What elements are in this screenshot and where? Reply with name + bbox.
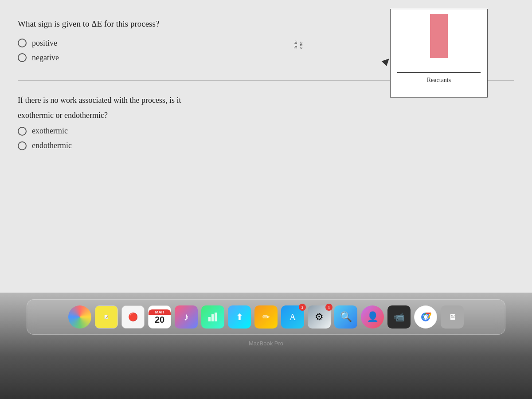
music-icon[interactable]: ♪ [175,305,198,329]
energy-line [397,72,481,73]
svg-point-6 [424,315,427,319]
svg-rect-0 [208,317,211,321]
radio-negative[interactable] [18,53,27,62]
svg-rect-1 [211,314,214,321]
reminders-icon[interactable]: 🔴 [121,305,145,329]
misc-icon[interactable]: 🖥 [441,305,464,329]
energy-bar [430,14,448,58]
axis-label: Inteene [293,13,303,49]
facetime-icon[interactable]: 📹 [387,305,411,329]
appstore-symbol: A [289,312,296,322]
reactants-label: Reactants [391,77,487,84]
dock-shelf: 📝 🔴 MAR 20 ♪ ⬆ ✏ [27,299,505,335]
keynote-icon[interactable]: ⬆ [228,305,251,329]
gear-symbol: ⚙ [315,311,324,323]
music-note-icon: ♪ [184,311,189,323]
calendar-month: MAR [149,309,171,315]
contacts-icon[interactable]: 👤 [361,305,384,329]
misc-symbol: 🖥 [448,313,456,322]
radio-endothermic[interactable] [18,141,27,150]
system-preferences-icon[interactable]: ⚙ 1 [308,305,331,329]
finder-symbol: 🔍 [340,311,352,323]
question2-section: If there is no work associated with the … [18,94,514,151]
chrome-logo [419,310,433,324]
bar-chart-icon [207,311,219,323]
label-exothermic: exothermic [32,126,68,136]
contacts-symbol: 👤 [367,311,379,323]
numbers-icon[interactable] [201,305,224,329]
axis-text: Inteene [293,40,303,49]
calendar-day: 20 [155,315,164,325]
pen-symbol: ✏ [262,312,270,322]
script-icon[interactable]: ✏ [254,305,278,329]
main-content: Reactants Inteene What sign is given to … [0,0,532,293]
radio-exothermic[interactable] [18,127,27,136]
option-endothermic[interactable]: endothermic [18,141,514,150]
diagram-inner: Reactants [391,9,487,97]
energy-diagram: Reactants [390,9,488,98]
chrome-icon[interactable] [414,305,437,329]
calendar-icon[interactable]: MAR 20 [148,305,171,329]
dock-area: 📝 🔴 MAR 20 ♪ ⬆ ✏ [0,293,532,399]
appstore-badge: 2 [299,304,306,311]
facetime-symbol: 📹 [394,312,405,322]
question2-line2: exothermic or endothermic? [18,109,514,122]
label-negative: negative [32,53,59,63]
notes-icon[interactable]: 📝 [95,305,118,329]
appstore-icon[interactable]: A 2 [281,305,304,329]
macbook-label: MacBook Pro [249,340,283,347]
label-endothermic: endothermic [32,141,72,150]
option-exothermic[interactable]: exothermic [18,126,514,136]
radio-positive[interactable] [18,39,27,47]
gear-badge: 1 [325,304,332,311]
keynote-symbol: ⬆ [236,312,243,322]
photos-icon[interactable] [68,305,91,329]
label-positive: positive [32,39,57,48]
svg-rect-2 [215,313,217,321]
finder-icon[interactable]: 🔍 [334,305,357,329]
